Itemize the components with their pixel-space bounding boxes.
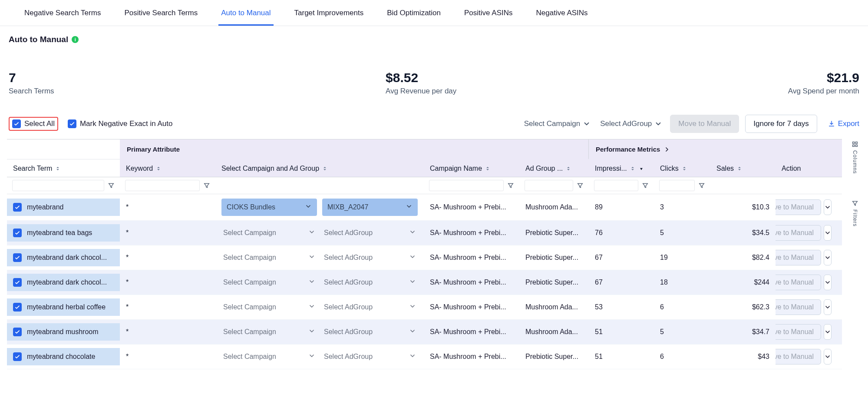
cell-impressions: 53 <box>589 299 654 315</box>
col-label: Sales <box>716 165 734 172</box>
filter-icon[interactable] <box>507 182 514 189</box>
row-checkbox[interactable] <box>13 253 22 262</box>
row-adgroup-dropdown[interactable]: Select AdGroup <box>322 253 418 262</box>
row-campaign-dropdown[interactable]: Select Campaign <box>221 352 317 361</box>
row-checkbox[interactable] <box>13 229 22 237</box>
download-icon <box>828 120 835 128</box>
select-adgroup-dropdown[interactable]: Select AdGroup <box>598 117 664 131</box>
row-campaign-dropdown[interactable]: Select Campaign <box>221 303 317 312</box>
cell-search-term: myteabrand herbal coffee <box>7 298 120 316</box>
row-move-to-manual-button[interactable]: Move to Manual <box>776 250 821 265</box>
chevron-down-icon <box>308 278 315 287</box>
mark-negative-checkbox[interactable]: Mark Negative Exact in Auto <box>64 117 176 131</box>
select-all-checkbox[interactable]: Select All <box>9 117 58 131</box>
group-performance-metrics[interactable]: Performance Metrics <box>589 139 842 159</box>
col-select-campaign-adgroup[interactable]: Select Campaign and Ad Group <box>215 159 424 177</box>
cell-sales: $43 <box>710 348 776 365</box>
table-row: myteabrand mushroom* Select Campaign Sel… <box>7 320 842 345</box>
row-checkbox[interactable] <box>13 278 22 287</box>
tab-positive-asins[interactable]: Positive ASINs <box>462 5 515 26</box>
table-row: myteabrand dark chocol...* Select Campai… <box>7 245 842 270</box>
page-header: Auto to Manual i <box>0 26 868 44</box>
row-checkbox[interactable] <box>13 303 22 312</box>
stat-label: Avg Revenue per day <box>386 87 456 96</box>
tab-target-improvements[interactable]: Target Improvements <box>292 5 366 26</box>
col-keyword[interactable]: Keyword <box>120 159 215 177</box>
cell-campaign-name: SA- Mushroom + Prebi... <box>424 199 519 215</box>
row-action-menu[interactable] <box>824 275 832 290</box>
col-impressions[interactable]: Impressi... <box>589 159 654 177</box>
stat-label: Search Terms <box>9 87 54 96</box>
row-checkbox[interactable] <box>13 203 22 212</box>
row-campaign-dropdown[interactable]: Select Campaign <box>221 328 317 336</box>
filter-icon[interactable] <box>108 182 115 189</box>
row-adgroup-dropdown[interactable]: Select AdGroup <box>322 352 418 361</box>
filter-icon[interactable] <box>577 182 584 189</box>
filter-icon[interactable] <box>203 182 210 189</box>
filter-input-keyword[interactable] <box>125 180 200 191</box>
col-label: Impressi... <box>595 165 627 172</box>
tab-positive-search-terms[interactable]: Positive Search Terms <box>122 5 200 26</box>
row-action-menu[interactable] <box>824 299 832 315</box>
cell-search-term: myteabrand dark chocol... <box>7 249 120 266</box>
chevron-down-icon <box>308 352 315 361</box>
cell-clicks: 5 <box>654 225 710 241</box>
col-sales[interactable]: Sales <box>710 159 776 177</box>
row-campaign-dropdown[interactable]: CIOKS Bundles <box>221 199 317 216</box>
filters-rail[interactable]: Filters <box>846 200 864 227</box>
dropdown-label: Select AdGroup <box>324 278 373 286</box>
row-checkbox[interactable] <box>13 352 22 361</box>
cell-sales: $34.7 <box>710 324 776 340</box>
row-campaign-dropdown[interactable]: Select Campaign <box>221 278 317 287</box>
tab-negative-asins[interactable]: Negative ASINs <box>534 5 591 26</box>
tab-bid-optimization[interactable]: Bid Optimization <box>384 5 443 26</box>
columns-rail[interactable]: Columns <box>846 141 864 174</box>
filter-input-campaign-name[interactable] <box>429 180 504 191</box>
row-adgroup-dropdown[interactable]: Select AdGroup <box>322 328 418 336</box>
row-campaign-dropdown[interactable]: Select Campaign <box>221 229 317 237</box>
row-move-to-manual-button[interactable]: Move to Manual <box>776 349 821 365</box>
row-checkbox[interactable] <box>13 328 22 336</box>
row-move-to-manual-button[interactable]: Move to Manual <box>776 299 821 315</box>
tab-auto-to-manual[interactable]: Auto to Manual <box>218 5 273 26</box>
row-adgroup-dropdown[interactable]: MIXB_A2047 <box>322 199 418 216</box>
filter-icon[interactable] <box>642 182 649 189</box>
search-term-text: myteabrand herbal coffee <box>27 303 106 311</box>
ignore-button[interactable]: Ignore for 7 days <box>745 115 817 133</box>
filter-input-ad-group[interactable] <box>525 180 573 191</box>
select-campaign-dropdown[interactable]: Select Campaign <box>522 117 592 131</box>
chevron-down-icon <box>406 203 413 212</box>
row-move-to-manual-button[interactable]: Move to Manual <box>776 275 821 290</box>
row-action-menu[interactable] <box>824 324 832 340</box>
filter-input-impressions[interactable] <box>594 180 638 191</box>
info-icon[interactable]: i <box>72 36 79 43</box>
cell-ad-group: Mushroom Ada... <box>519 299 589 315</box>
cell-select-campaign-adgroup: Select Campaign Select AdGroup <box>215 323 424 341</box>
row-campaign-dropdown[interactable]: Select Campaign <box>221 253 317 262</box>
col-ad-group[interactable]: Ad Group ... <box>519 159 589 177</box>
row-adgroup-dropdown[interactable]: Select AdGroup <box>322 229 418 237</box>
filter-icon[interactable] <box>698 182 705 189</box>
col-label: Campaign Name <box>430 165 482 172</box>
cell-select-campaign-adgroup: Select Campaign Select AdGroup <box>215 274 424 291</box>
dropdown-label: MIXB_A2047 <box>327 203 368 211</box>
row-move-to-manual-button[interactable]: Move to Manual <box>776 225 821 241</box>
col-campaign-name[interactable]: Campaign Name <box>424 159 519 177</box>
row-adgroup-dropdown[interactable]: Select AdGroup <box>322 278 418 287</box>
search-term-text: myteabrand mushroom <box>27 328 99 336</box>
row-action-menu[interactable] <box>824 349 832 365</box>
tab-negative-search-terms[interactable]: Negative Search Terms <box>22 5 103 26</box>
col-clicks[interactable]: Clicks <box>654 159 710 177</box>
row-action-menu[interactable] <box>824 225 832 241</box>
col-search-term[interactable]: Search Term <box>7 159 120 177</box>
export-link[interactable]: Export <box>828 119 859 128</box>
row-move-to-manual-button[interactable]: Move to Manual <box>776 324 821 340</box>
row-adgroup-dropdown[interactable]: Select AdGroup <box>322 303 418 312</box>
filter-input-clicks[interactable] <box>659 180 695 191</box>
filter-input-search-term[interactable] <box>12 180 104 191</box>
row-move-to-manual-button[interactable]: Move to Manual <box>776 199 821 215</box>
row-action-menu[interactable] <box>824 199 832 215</box>
cell-ad-group: Mushroom Ada... <box>519 324 589 340</box>
move-to-manual-button[interactable]: Move to Manual <box>670 115 739 133</box>
row-action-menu[interactable] <box>824 250 832 265</box>
